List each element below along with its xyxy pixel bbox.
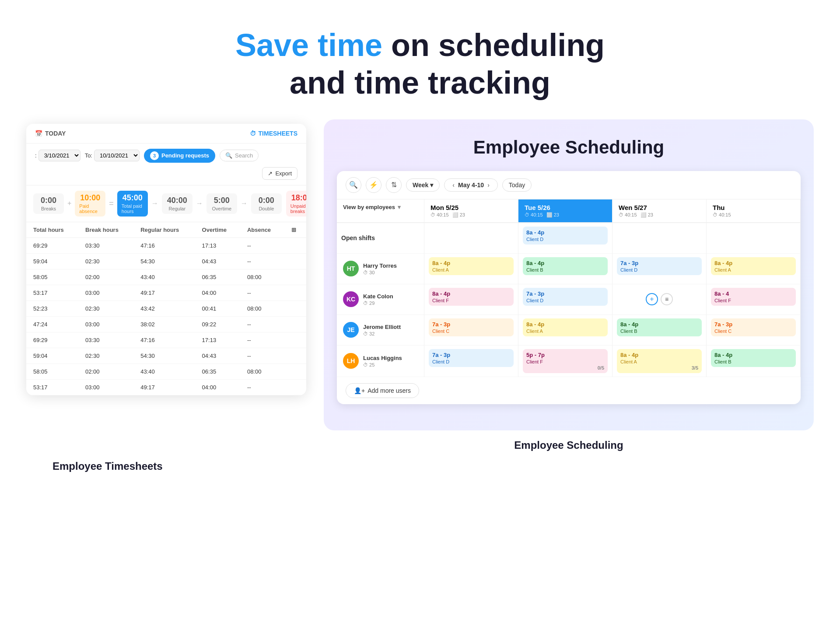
lucas-thu-client: Client B <box>714 359 792 364</box>
cell-regular: 49:17 <box>133 285 195 301</box>
lucas-wed: 8a - 4p Client A 3/5 <box>612 346 707 377</box>
cell-total: 47:24 <box>26 316 78 332</box>
week-select[interactable]: Week ▾ <box>406 178 440 192</box>
kate-tue-time: 7a - 3p <box>526 290 604 297</box>
cell-action <box>284 301 306 316</box>
kate-wed: + ≡ <box>612 284 707 315</box>
kate-wed-add-button[interactable]: + <box>646 293 658 305</box>
nav-prev-icon[interactable]: ‹ <box>451 182 456 189</box>
search-button[interactable]: 🔍 <box>346 177 361 193</box>
export-button[interactable]: ↗ Export <box>262 167 298 180</box>
jerome-wed-shift[interactable]: 8a - 4p Client B <box>617 318 702 336</box>
mon-col-header: Mon 5/25 ⏱ 40:15 ⬜ 23 <box>424 199 518 223</box>
ts-timesheets-link[interactable]: ⏱ TIMESHEETS <box>250 130 298 137</box>
cell-regular: 38:02 <box>133 316 195 332</box>
cell-action <box>284 316 306 332</box>
search-box[interactable]: 🔍 Search <box>220 150 259 161</box>
table-row: 58:05 02:00 43:40 06:35 08:00 <box>26 363 306 379</box>
pending-requests-button[interactable]: 3 Pending requests <box>144 149 215 163</box>
summary-paid-absence: 10:00 Paid absence <box>75 191 105 217</box>
harry-hours: ⏱ 30 <box>363 270 397 275</box>
kate-thu-shift[interactable]: 8a - 4 Client F <box>711 288 796 306</box>
nav-next-icon[interactable]: › <box>486 182 491 189</box>
kate-tue-shift[interactable]: 7a - 3p Client D <box>523 288 608 306</box>
timesheets-panel-label: Employee Timesheets <box>0 460 840 472</box>
lucas-wed-shift[interactable]: 8a - 4p Client A 3/5 <box>617 349 702 373</box>
open-shift-tue-block[interactable]: 8a - 4p Client D <box>523 227 608 245</box>
table-row: 69:29 03:30 47:16 17:13 -- <box>26 332 306 348</box>
harry-mon-client: Client A <box>432 267 510 273</box>
lucas-avatar: LH <box>343 353 359 369</box>
today-button[interactable]: Today <box>502 178 532 192</box>
cell-regular: 49:17 <box>133 379 195 395</box>
cell-breaks: 03:00 <box>78 316 133 332</box>
cell-breaks: 02:30 <box>78 348 133 363</box>
harry-wed-shift[interactable]: 7a - 3p Client D <box>617 257 702 275</box>
kate-wed-menu-button[interactable]: ≡ <box>661 293 673 305</box>
date-range-nav: ‹ May 4-10 › <box>444 178 498 192</box>
view-by-label: View by employees <box>343 204 395 210</box>
lucas-name: Lucas Higgins <box>363 355 402 361</box>
harry-tue-shift[interactable]: 8a - 4p Client B <box>523 257 608 275</box>
scheduling-card: 🔍 ⚡ ⇅ Week ▾ ‹ May 4-10 › Today <box>337 171 801 404</box>
cell-absence: 08:00 <box>240 363 284 379</box>
add-more-users-button[interactable]: 👤+ Add more users <box>346 383 419 398</box>
lucas-thu: 8a - 4p Client B <box>707 346 801 377</box>
harry-thu-shift[interactable]: 8a - 4p Client A <box>711 257 796 275</box>
cell-action <box>284 238 306 253</box>
thu-day-meta: ⏱ 40:15 <box>713 212 794 217</box>
cell-regular: 54:30 <box>133 348 195 363</box>
cell-absence: -- <box>240 316 284 332</box>
cell-total: 53:17 <box>26 379 78 395</box>
jerome-mon-shift[interactable]: 7a - 3p Client C <box>429 318 514 336</box>
harry-mon: 8a - 4p Client A <box>424 254 518 284</box>
paid-abs-label: Paid absence <box>79 203 101 214</box>
jerome-mon: 7a - 3p Client C <box>424 315 518 346</box>
harry-tue: 8a - 4p Client B <box>518 254 612 284</box>
table-header-row: Total hours Break hours Regular hours Ov… <box>26 222 306 238</box>
cell-overtime: 04:00 <box>195 379 240 395</box>
cell-total: 69:29 <box>26 238 78 253</box>
open-shift-tue-time: 8a - 4p <box>526 229 604 236</box>
view-by-employees[interactable]: View by employees ▾ <box>343 204 418 210</box>
double-label: Double <box>259 206 274 211</box>
thu-col-header: Thu ⏱ 40:15 <box>707 199 801 223</box>
cell-absence: -- <box>240 238 284 253</box>
sort-button[interactable]: ⇅ <box>386 177 402 193</box>
breaks-label: Breaks <box>41 206 56 211</box>
filter-button[interactable]: ⚡ <box>366 177 382 193</box>
lucas-tue-time: 5p - 7p <box>526 352 604 358</box>
plus-sign: + <box>66 199 73 207</box>
hero-title-rest: on scheduling <box>382 28 605 63</box>
kate-tue-client: Client D <box>526 298 604 303</box>
cell-absence: -- <box>240 253 284 269</box>
tue-shifts: ⬜ 23 <box>546 212 559 218</box>
employee-kate-colon: KC Kate Colon ⏱ 29 <box>337 284 424 315</box>
col-total-hours: Total hours <box>26 222 78 238</box>
cell-breaks: 02:00 <box>78 363 133 379</box>
kate-mon-client: Client F <box>432 298 510 303</box>
jerome-thu: 7a - 3p Client C <box>707 315 801 346</box>
summary-breaks: 0:00 Breaks <box>33 193 64 214</box>
lucas-mon-shift[interactable]: 7a - 3p Client D <box>429 349 514 367</box>
overtime-label: Overtime <box>212 206 232 211</box>
jerome-tue-shift[interactable]: 8a - 4p Client A <box>523 318 608 336</box>
harry-mon-shift[interactable]: 8a - 4p Client A <box>429 257 514 275</box>
col-regular-hours: Regular hours <box>133 222 195 238</box>
to-label: To: <box>85 152 92 159</box>
summary-total-paid: 45:00 Total paid hours <box>117 191 148 217</box>
lucas-tue-shift[interactable]: 5p - 7p Client F 0/5 <box>523 349 608 373</box>
cell-total: 58:05 <box>26 269 78 285</box>
from-date-select[interactable]: 3/10/2021 <box>38 150 80 161</box>
lucas-thu-shift[interactable]: 8a - 4p Client B <box>711 349 796 367</box>
ts-filters: : 3/10/2021 To: 10/10/2021 3 Pending req… <box>26 143 306 185</box>
kate-mon-shift[interactable]: 8a - 4p Client F <box>429 288 514 306</box>
date-to-field: To: 10/10/2021 <box>85 150 140 161</box>
paid-abs-value: 10:00 <box>80 193 100 203</box>
wed-clock-icon: ⏱ 40:15 <box>619 212 637 218</box>
jerome-tue: 8a - 4p Client A <box>518 315 612 346</box>
jerome-thu-shift[interactable]: 7a - 3p Client C <box>711 318 796 336</box>
lucas-tue-client: Client F <box>526 359 604 364</box>
cell-overtime: 06:35 <box>195 363 240 379</box>
to-date-select[interactable]: 10/10/2021 <box>94 150 140 161</box>
